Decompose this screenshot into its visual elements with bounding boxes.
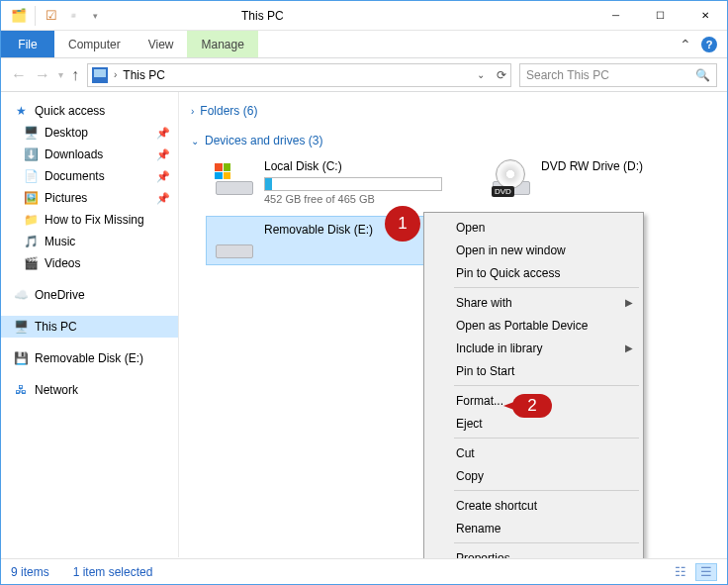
breadcrumb-dropdown-icon[interactable]: ⌄ <box>477 69 485 80</box>
menu-separator <box>454 438 639 439</box>
menu-separator <box>454 385 639 386</box>
explorer-icon: 🗂️ <box>9 6 29 26</box>
chevron-right-icon[interactable]: › <box>114 69 117 80</box>
collapse-ribbon-icon[interactable]: ⌃ <box>680 37 691 52</box>
contextual-tab-header: Drive Tools <box>189 0 263 1</box>
tab-view[interactable]: View <box>135 31 188 57</box>
sidebar-item-desktop[interactable]: 🖥️Desktop📌 <box>1 122 178 144</box>
details-view-button[interactable]: ☷ <box>670 563 691 581</box>
status-bar: 9 items 1 item selected ☷ ☰ <box>1 558 727 584</box>
view-switcher: ☷ ☰ <box>670 563 717 581</box>
pin-icon: 📌 <box>156 127 170 140</box>
sidebar-item-pictures[interactable]: 🖼️Pictures📌 <box>1 187 178 209</box>
maximize-button[interactable]: ☐ <box>638 1 682 30</box>
back-button[interactable]: ← <box>11 66 27 84</box>
documents-icon: 📄 <box>23 168 39 184</box>
devices-row: Local Disk (C:) 452 GB free of 465 GB DV… <box>189 153 717 211</box>
tab-computer[interactable]: Computer <box>54 31 135 57</box>
drive-info: Removable Disk (E:) <box>264 223 448 258</box>
breadcrumb-segment[interactable]: This PC <box>123 68 165 82</box>
status-item-count: 9 items <box>11 565 49 579</box>
tab-manage[interactable]: Manage <box>187 31 257 57</box>
sidebar-item-music[interactable]: 🎵Music <box>1 231 178 252</box>
drive-info: DVD RW Drive (D:) <box>541 159 695 205</box>
forward-button: → <box>35 66 50 84</box>
file-tab[interactable]: File <box>1 31 54 57</box>
menu-item-create-shortcut[interactable]: Create shortcut <box>426 494 641 517</box>
new-folder-qat-icon[interactable]: ▫️ <box>63 6 83 26</box>
sidebar-item-label: Music <box>45 235 75 248</box>
annotation-1: 1 <box>385 206 420 242</box>
breadcrumb[interactable]: › This PC ⌄ ⟳ <box>87 63 511 87</box>
usb-drive-icon: 💾 <box>13 350 29 366</box>
menu-item-cut[interactable]: Cut <box>426 441 641 464</box>
sidebar-item-downloads[interactable]: ⬇️Downloads📌 <box>1 144 178 165</box>
sidebar-item-label: Desktop <box>45 126 88 140</box>
section-devices[interactable]: ⌄ Devices and drives (3) <box>189 130 717 153</box>
minimize-button[interactable]: ─ <box>593 1 638 30</box>
menu-item-pin-to-quick-access[interactable]: Pin to Quick access <box>426 261 641 284</box>
sidebar-item-label: Videos <box>45 256 80 270</box>
sidebar-this-pc[interactable]: 🖥️This PC <box>1 316 178 338</box>
refresh-button[interactable]: ⟳ <box>497 68 506 82</box>
menu-item-open-as-portable-device[interactable]: Open as Portable Device <box>426 314 641 337</box>
menu-item-include-in-library[interactable]: Include in library▶ <box>426 337 641 359</box>
sidebar-onedrive[interactable]: ☁️OneDrive <box>1 284 178 306</box>
title-bar: 🗂️ ☑ ▫️ ▾ Drive Tools This PC ─ ☐ ✕ <box>1 1 727 31</box>
windows-flag-icon <box>215 163 230 179</box>
menu-item-open-in-new-window[interactable]: Open in new window <box>426 239 641 261</box>
drive-name: DVD RW Drive (D:) <box>541 159 695 177</box>
drive-dvd-d[interactable]: DVD DVD RW Drive (D:) <box>484 153 701 211</box>
recent-locations-icon[interactable]: ▾ <box>58 69 63 80</box>
search-placeholder: Search This PC <box>526 68 609 82</box>
qat-dropdown-icon[interactable]: ▾ <box>85 6 105 26</box>
submenu-arrow-icon: ▶ <box>625 342 633 353</box>
search-icon: 🔍 <box>695 68 710 82</box>
annotation-2: 2 <box>512 394 552 418</box>
large-icons-view-button[interactable]: ☰ <box>695 563 717 581</box>
navigation-pane: ★ Quick access 🖥️Desktop📌 ⬇️Downloads📌 📄… <box>1 92 179 557</box>
sidebar-label: Quick access <box>35 104 105 118</box>
menu-separator <box>454 490 639 491</box>
folder-icon: 📁 <box>23 212 39 228</box>
network-icon: 🖧 <box>13 382 29 398</box>
sidebar-label: This PC <box>35 320 77 334</box>
cloud-icon: ☁️ <box>13 287 29 303</box>
help-icon[interactable]: ? <box>701 37 717 52</box>
sidebar-quick-access[interactable]: ★ Quick access <box>1 100 178 122</box>
sidebar-label: Removable Disk (E:) <box>35 351 143 365</box>
chevron-right-icon: › <box>191 106 194 117</box>
menu-separator <box>454 287 639 288</box>
menu-item-share-with[interactable]: Share with▶ <box>426 291 641 314</box>
ribbon-right: ⌃ ? <box>680 31 727 57</box>
context-menu: OpenOpen in new windowPin to Quick acces… <box>423 212 644 573</box>
quick-access-toolbar: 🗂️ ☑ ▫️ ▾ <box>1 6 113 26</box>
window-controls: ─ ☐ ✕ <box>593 1 727 30</box>
search-input[interactable]: Search This PC 🔍 <box>519 63 717 87</box>
sidebar-network[interactable]: 🖧Network <box>1 379 178 401</box>
sidebar-item-videos[interactable]: 🎬Videos <box>1 252 178 274</box>
address-bar: ← → ▾ ↑ › This PC ⌄ ⟳ Search This PC 🔍 <box>1 58 727 92</box>
sidebar-item-howtofix[interactable]: 📁How to Fix Missing <box>1 209 178 231</box>
menu-item-rename[interactable]: Rename <box>426 517 641 539</box>
sidebar-item-documents[interactable]: 📄Documents📌 <box>1 165 178 187</box>
pin-icon: 📌 <box>156 170 170 183</box>
drive-name: Removable Disk (E:) <box>264 223 448 241</box>
properties-qat-icon[interactable]: ☑ <box>42 6 61 26</box>
sidebar-removable-disk[interactable]: 💾Removable Disk (E:) <box>1 347 178 369</box>
menu-item-open[interactable]: Open <box>426 216 641 239</box>
drive-local-c[interactable]: Local Disk (C:) 452 GB free of 465 GB <box>207 153 454 211</box>
star-icon: ★ <box>13 103 29 119</box>
section-folders[interactable]: › Folders (6) <box>189 100 717 124</box>
up-button[interactable]: ↑ <box>71 66 79 84</box>
menu-item-copy[interactable]: Copy <box>426 464 641 487</box>
music-icon: 🎵 <box>23 234 39 249</box>
drive-free-space: 452 GB free of 465 GB <box>264 193 448 205</box>
capacity-bar <box>264 177 442 191</box>
separator <box>35 6 36 26</box>
pin-icon: 📌 <box>156 148 170 161</box>
menu-item-pin-to-start[interactable]: Pin to Start <box>426 359 641 382</box>
drive-info: Local Disk (C:) 452 GB free of 465 GB <box>264 159 448 205</box>
close-button[interactable]: ✕ <box>682 1 727 30</box>
this-pc-icon <box>92 67 108 83</box>
